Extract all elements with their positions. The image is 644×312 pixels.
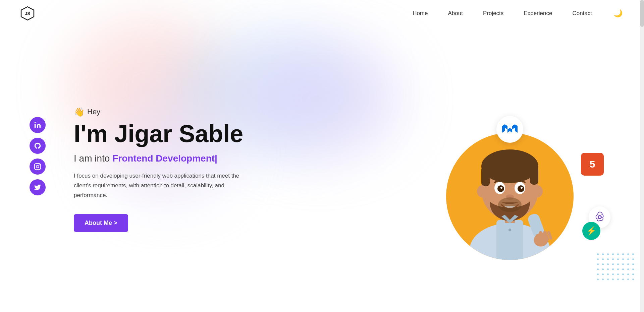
dot — [627, 253, 629, 255]
hero-right: 5 ⚡ — [376, 54, 644, 312]
navbar: JS Home About Projects Experience Contac… — [0, 0, 644, 27]
redux-icon — [593, 210, 606, 224]
nav-item-contact[interactable]: Contact — [572, 10, 592, 17]
svg-point-19 — [518, 185, 524, 192]
dark-mode-button[interactable]: 🌙 — [612, 8, 624, 19]
dark-mode-toggle[interactable]: 🌙 — [612, 8, 624, 19]
dot — [607, 253, 609, 255]
dot — [622, 258, 624, 260]
dot — [602, 253, 604, 255]
svg-point-30 — [508, 229, 511, 231]
dot — [602, 273, 604, 275]
svg-point-14 — [477, 185, 487, 197]
mui-icon-badge — [496, 116, 523, 143]
nav-link-about[interactable]: About — [448, 10, 463, 16]
mui-icon — [502, 123, 518, 135]
dot — [622, 268, 624, 270]
hero-left: 👋 Hey I'm Jigar Sable I am into Frontend… — [74, 107, 292, 232]
dot — [597, 268, 599, 270]
svg-point-4 — [36, 165, 39, 168]
avatar-area: 5 ⚡ — [446, 133, 574, 260]
hero-subtitle: I am into Frontend Development| — [74, 153, 292, 164]
dot — [632, 253, 634, 255]
dot — [607, 278, 609, 280]
social-instagram[interactable] — [30, 159, 46, 175]
dot — [617, 268, 619, 270]
dot — [617, 278, 619, 280]
html5-label: 5 — [590, 159, 595, 170]
social-sidebar — [30, 117, 46, 195]
lightning-label: ⚡ — [586, 226, 596, 236]
svg-point-18 — [497, 185, 504, 192]
nav-link-contact[interactable]: Contact — [572, 10, 592, 16]
dot — [607, 268, 609, 270]
twitter-icon — [34, 184, 41, 191]
lightning-icon-badge: ⚡ — [582, 222, 600, 240]
about-me-button[interactable]: About Me > — [74, 214, 128, 232]
dot — [627, 273, 629, 275]
dot — [602, 263, 604, 265]
svg-point-23 — [498, 197, 522, 212]
hero-name: I'm Jigar Sable — [74, 121, 292, 147]
dot — [607, 263, 609, 265]
dot — [627, 278, 629, 280]
dot — [627, 263, 629, 265]
moon-icon: 🌙 — [613, 9, 623, 17]
dot-grid: document.currentScript.insertAdjacentHTM… — [597, 253, 634, 280]
dot — [612, 278, 614, 280]
avatar-circle — [446, 133, 574, 260]
dot — [607, 258, 609, 260]
dot — [612, 258, 614, 260]
social-linkedin[interactable] — [30, 117, 46, 133]
social-github[interactable] — [30, 138, 46, 154]
dot — [632, 258, 634, 260]
dot — [622, 273, 624, 275]
dot — [612, 253, 614, 255]
dot — [597, 273, 599, 275]
dot — [607, 273, 609, 275]
svg-point-2 — [35, 122, 36, 123]
svg-point-21 — [521, 187, 523, 189]
dot — [632, 263, 634, 265]
subtitle-highlight: Frontend Development| — [112, 153, 217, 164]
nav-item-experience[interactable]: Experience — [524, 10, 552, 17]
social-twitter[interactable] — [30, 179, 46, 195]
dot — [612, 273, 614, 275]
logo-icon: JS — [20, 6, 35, 21]
dot — [632, 278, 634, 280]
logo[interactable]: JS — [20, 6, 35, 21]
svg-point-20 — [500, 187, 502, 189]
nav-item-about[interactable]: About — [448, 10, 463, 17]
avatar-svg — [446, 133, 574, 260]
dot — [597, 253, 599, 255]
dot — [617, 263, 619, 265]
nav-link-home[interactable]: Home — [413, 10, 428, 16]
hero-description: I focus on developing user-friendly web … — [74, 171, 248, 200]
hey-greeting: 👋 Hey — [74, 107, 292, 117]
nav-link-projects[interactable]: Projects — [483, 10, 503, 16]
dot — [622, 278, 624, 280]
dot — [632, 268, 634, 270]
svg-rect-8 — [496, 220, 523, 260]
nav-link-experience[interactable]: Experience — [524, 10, 552, 16]
subtitle-prefix: I am into — [74, 153, 112, 164]
nav-item-projects[interactable]: Projects — [483, 10, 503, 17]
hey-label: Hey — [87, 108, 100, 116]
svg-rect-3 — [35, 163, 41, 169]
svg-point-15 — [533, 185, 543, 197]
dot — [612, 263, 614, 265]
dot — [597, 278, 599, 280]
html5-icon-badge: 5 — [581, 153, 604, 176]
dot — [622, 253, 624, 255]
dot — [602, 258, 604, 260]
dot — [627, 268, 629, 270]
svg-rect-13 — [530, 166, 538, 185]
nav-item-home[interactable]: Home — [413, 10, 428, 17]
svg-rect-12 — [481, 166, 490, 186]
dot — [617, 273, 619, 275]
dot — [622, 263, 624, 265]
instagram-icon — [34, 163, 41, 170]
nav-links: Home About Projects Experience Contact 🌙 — [413, 8, 624, 19]
dot — [602, 278, 604, 280]
hero-section: 👋 Hey I'm Jigar Sable I am into Frontend… — [0, 27, 644, 312]
